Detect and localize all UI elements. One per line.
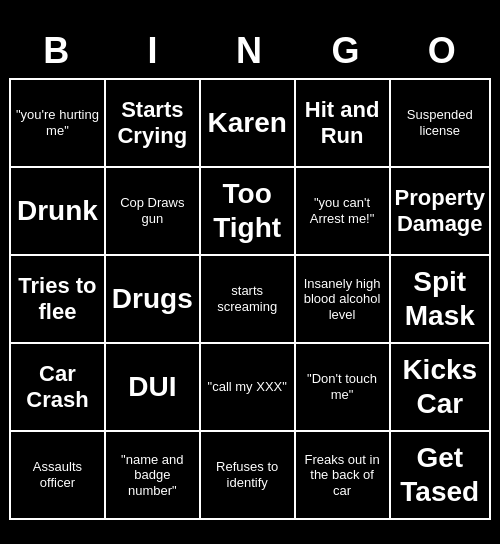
header-letter: O (395, 24, 491, 78)
cell-label: Spit Mask (395, 265, 485, 332)
bingo-cell[interactable]: Suspended license (391, 80, 491, 168)
header-letter: N (202, 24, 298, 78)
bingo-cell[interactable]: "Don't touch me" (296, 344, 391, 432)
bingo-cell[interactable]: Property Damage (391, 168, 491, 256)
bingo-header: BINGO (9, 24, 491, 78)
bingo-cell[interactable]: Insanely high blood alcohol level (296, 256, 391, 344)
cell-label: Get Tased (395, 441, 485, 508)
bingo-cell[interactable]: Assaults officer (11, 432, 106, 520)
bingo-cell[interactable]: Karen (201, 80, 296, 168)
cell-label: Property Damage (395, 185, 485, 238)
cell-label: DUI (128, 370, 176, 404)
bingo-card: BINGO "you're hurting me"Starts CryingKa… (5, 20, 495, 524)
bingo-cell[interactable]: Spit Mask (391, 256, 491, 344)
cell-label: "call my XXX" (208, 379, 287, 395)
bingo-cell[interactable]: Hit and Run (296, 80, 391, 168)
cell-label: Car Crash (15, 361, 100, 414)
cell-label: Starts Crying (110, 97, 195, 150)
cell-label: Freaks out in the back of car (300, 452, 385, 499)
bingo-cell[interactable]: Tries to flee (11, 256, 106, 344)
bingo-cell[interactable]: Drugs (106, 256, 201, 344)
bingo-cell[interactable]: "name and badge number" (106, 432, 201, 520)
bingo-cell[interactable]: "call my XXX" (201, 344, 296, 432)
bingo-cell[interactable]: "you're hurting me" (11, 80, 106, 168)
cell-label: Drunk (17, 194, 98, 228)
bingo-cell[interactable]: Get Tased (391, 432, 491, 520)
cell-label: Too Tight (205, 177, 290, 244)
cell-label: Cop Draws gun (110, 195, 195, 226)
bingo-grid: "you're hurting me"Starts CryingKarenHit… (9, 78, 491, 520)
cell-label: Hit and Run (300, 97, 385, 150)
bingo-cell[interactable]: Starts Crying (106, 80, 201, 168)
cell-label: starts screaming (205, 283, 290, 314)
header-letter: I (105, 24, 201, 78)
bingo-cell[interactable]: Refuses to identify (201, 432, 296, 520)
cell-label: Refuses to identify (205, 459, 290, 490)
bingo-cell[interactable]: Too Tight (201, 168, 296, 256)
bingo-cell[interactable]: starts screaming (201, 256, 296, 344)
cell-label: "you can't Arrest me!" (300, 195, 385, 226)
bingo-cell[interactable]: Car Crash (11, 344, 106, 432)
bingo-cell[interactable]: "you can't Arrest me!" (296, 168, 391, 256)
cell-label: Karen (208, 106, 287, 140)
bingo-cell[interactable]: Drunk (11, 168, 106, 256)
header-letter: B (9, 24, 105, 78)
cell-label: "Don't touch me" (300, 371, 385, 402)
cell-label: Tries to flee (15, 273, 100, 326)
cell-label: Insanely high blood alcohol level (300, 276, 385, 323)
cell-label: "name and badge number" (110, 452, 195, 499)
cell-label: "you're hurting me" (15, 107, 100, 138)
cell-label: Kicks Car (395, 353, 485, 420)
bingo-cell[interactable]: Cop Draws gun (106, 168, 201, 256)
bingo-cell[interactable]: DUI (106, 344, 201, 432)
bingo-cell[interactable]: Kicks Car (391, 344, 491, 432)
bingo-cell[interactable]: Freaks out in the back of car (296, 432, 391, 520)
cell-label: Suspended license (395, 107, 485, 138)
cell-label: Drugs (112, 282, 193, 316)
cell-label: Assaults officer (15, 459, 100, 490)
header-letter: G (298, 24, 394, 78)
